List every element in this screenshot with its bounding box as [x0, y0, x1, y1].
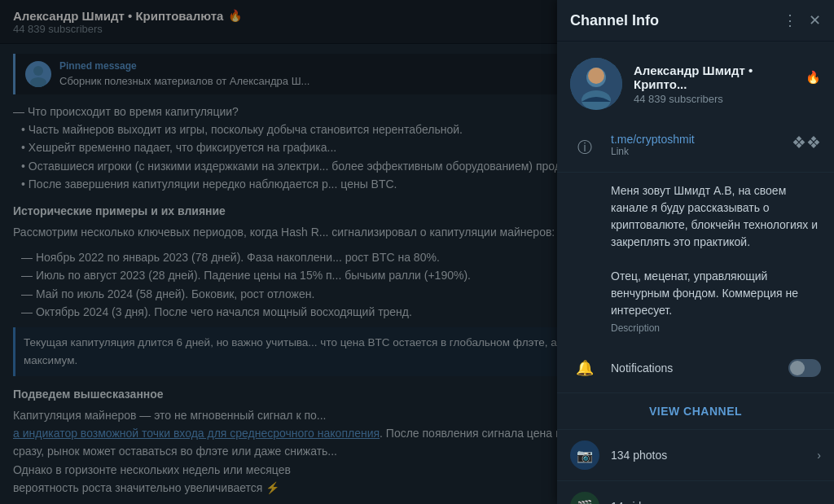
view-channel-section: VIEW CHANNEL — [557, 393, 834, 430]
videos-row[interactable]: 🎬 14 videos › — [557, 481, 834, 504]
profile-name: Александр Шмидт • Крипто... 🔥 — [634, 64, 821, 91]
profile-name-text: Александр Шмидт • Крипто... — [634, 64, 801, 91]
videos-arrow: › — [817, 500, 821, 504]
toggle-knob — [790, 361, 805, 375]
panel-more-icon[interactable]: ⋮ — [783, 11, 797, 29]
description-label: Description — [611, 322, 821, 334]
view-channel-button[interactable]: VIEW CHANNEL — [649, 405, 742, 418]
profile-badge: 🔥 — [805, 70, 821, 85]
notifications-label: Notifications — [611, 362, 777, 375]
info-icon-wrap: ⓘ — [570, 133, 599, 162]
info-circle-icon: ⓘ — [577, 138, 592, 157]
panel-body: Александр Шмидт • Крипто... 🔥 44 839 sub… — [557, 42, 834, 504]
link-row: ⓘ t.me/cryptoshmit Link ❖❖ — [557, 123, 834, 173]
panel-title: Channel Info — [570, 12, 659, 29]
profile-subscribers: 44 839 subscribers — [634, 93, 821, 105]
photos-row[interactable]: 📷 134 photos › — [557, 430, 834, 481]
profile-section: Александр Шмидт • Крипто... 🔥 44 839 sub… — [557, 42, 834, 123]
panel-close-icon[interactable]: ✕ — [809, 11, 821, 29]
notifications-toggle[interactable] — [788, 359, 821, 377]
photos-label: 134 photos — [611, 449, 667, 462]
videos-icon: 🎬 — [570, 492, 599, 504]
bell-icon: 🔔 — [576, 359, 594, 377]
photos-arrow: › — [817, 449, 821, 462]
notifications-row: 🔔 Notifications — [557, 344, 834, 393]
profile-avatar — [570, 58, 622, 110]
desc-icon-wrap — [570, 182, 599, 212]
photos-icon: 📷 — [570, 440, 599, 470]
description-content: Меня зовут Шмидт А.В, на своем канале я … — [611, 182, 821, 334]
channel-info-panel: Channel Info ⋮ ✕ — [557, 0, 834, 504]
panel-header: Channel Info ⋮ ✕ — [557, 0, 834, 42]
description-text: Меня зовут Шмидт А.В, на своем канале я … — [611, 182, 821, 319]
panel-header-icons: ⋮ ✕ — [783, 11, 821, 29]
svg-point-5 — [588, 68, 604, 84]
qr-code-icon[interactable]: ❖❖ — [792, 133, 821, 152]
profile-info: Александр Шмидт • Крипто... 🔥 44 839 sub… — [634, 64, 821, 105]
link-label: Link — [611, 146, 780, 157]
channel-link[interactable]: t.me/cryptoshmit — [611, 133, 780, 146]
description-row: Меня зовут Шмидт А.В, на своем канале я … — [557, 173, 834, 344]
notif-icon-wrap: 🔔 — [570, 353, 599, 383]
videos-label: 14 videos — [611, 500, 660, 504]
link-content: t.me/cryptoshmit Link — [611, 133, 780, 157]
